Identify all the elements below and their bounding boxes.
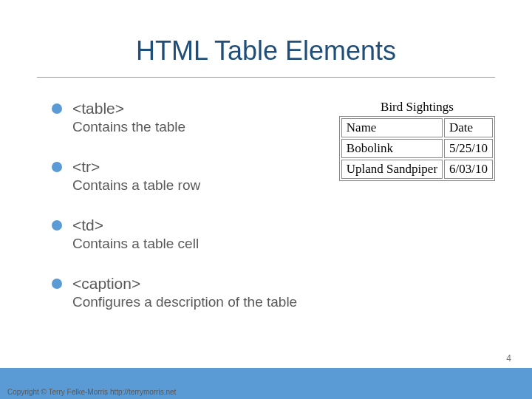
element-desc: Configures a description of the table [72, 293, 297, 311]
bullet-item-table: <table> Contains the table [52, 98, 332, 136]
element-name: <table> [72, 98, 185, 118]
element-name: <td> [72, 215, 199, 235]
copyright-text: Copyright © Terry Felke-Morris http://te… [7, 388, 176, 396]
table-cell: Upland Sandpiper [341, 160, 443, 179]
bullet-item-caption: <caption> Configures a description of th… [52, 273, 332, 311]
table-row: Bobolink 5/25/10 [341, 139, 493, 158]
slide: HTML Table Elements <table> Contains the… [0, 0, 532, 399]
table-cell: 5/25/10 [444, 139, 493, 158]
bullet-item-tr: <tr> Contains a table row [52, 157, 332, 194]
bullet-text: <table> Contains the table [72, 98, 185, 136]
bullet-text: <tr> Contains a table row [72, 157, 200, 194]
bullet-icon [52, 103, 62, 114]
bullet-list: <table> Contains the table <tr> Contains… [52, 98, 332, 332]
bullet-item-td: <td> Contains a table cell [52, 215, 332, 253]
element-name: <tr> [72, 157, 200, 177]
bullet-text: <caption> Configures a description of th… [72, 273, 297, 311]
element-desc: Contains a table cell [72, 235, 199, 253]
table-cell-header: Date [444, 118, 493, 137]
table-cell: Bobolink [341, 139, 443, 158]
table-row: Name Date [341, 118, 493, 137]
element-desc: Contains the table [72, 118, 185, 136]
bullet-text: <td> Contains a table cell [72, 215, 199, 253]
sample-table-caption: Bird Sightings [339, 100, 495, 115]
table-row: Upland Sandpiper 6/03/10 [341, 160, 493, 179]
table-cell-header: Name [341, 118, 443, 137]
sample-table-area: Bird Sightings Name Date Bobolink 5/25/1… [332, 98, 495, 332]
slide-number: 4 [506, 353, 511, 364]
slide-title: HTML Table Elements [0, 0, 532, 77]
bullet-icon [52, 162, 62, 172]
element-name: <caption> [72, 273, 297, 293]
element-desc: Contains a table row [72, 177, 200, 194]
bullet-icon [52, 220, 62, 231]
bullet-icon [52, 279, 62, 289]
content-area: <table> Contains the table <tr> Contains… [0, 78, 532, 332]
table-cell: 6/03/10 [444, 160, 493, 179]
sample-table: Name Date Bobolink 5/25/10 Upland Sandpi… [339, 116, 495, 181]
